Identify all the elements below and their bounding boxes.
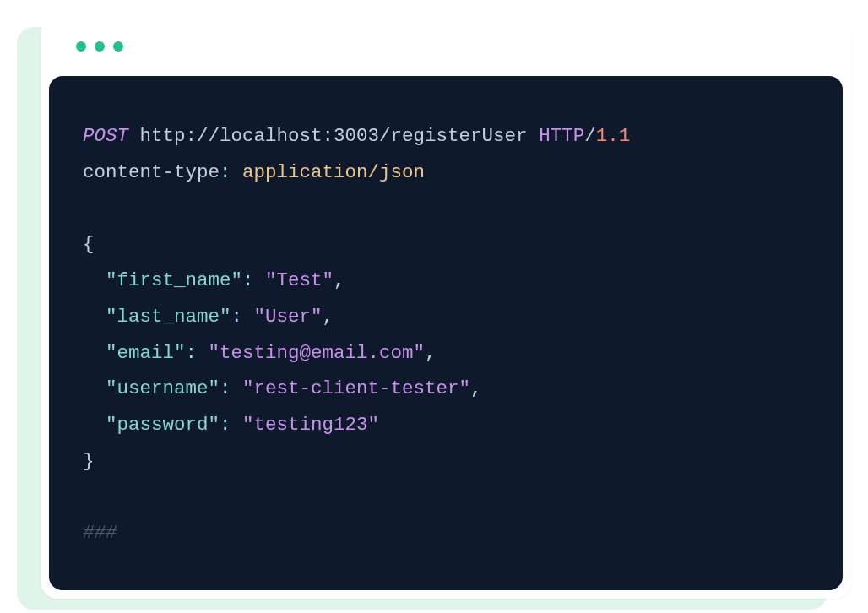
request-line: POST http://localhost:3003/registerUser … (83, 118, 809, 155)
traffic-dot-icon (76, 41, 86, 52)
blank-line (83, 191, 809, 227)
json-field-password: "password": "testing123" (83, 407, 809, 443)
editor-window: POST http://localhost:3003/registerUser … (41, 17, 851, 599)
header-value: application/json (242, 161, 425, 183)
json-close: } (83, 443, 809, 480)
colon-punct: : (220, 161, 242, 183)
header-line: content-type: application/json (83, 155, 809, 191)
json-field-username: "username": "rest-client-tester", (83, 371, 809, 407)
json-open: { (83, 226, 809, 263)
traffic-dot-icon (95, 41, 105, 52)
json-field-last-name: "last_name": "User", (83, 299, 809, 335)
protocol-name: HTTP (539, 125, 584, 147)
window-titlebar (41, 17, 851, 76)
slash-punct: / (584, 125, 596, 147)
json-field-first-name: "first_name": "Test", (83, 263, 809, 299)
json-field-email: "email": "testing@email.com", (83, 335, 809, 372)
http-method: POST (83, 125, 128, 147)
request-url: http://localhost:3003/registerUser (140, 125, 528, 147)
header-key: content-type (83, 161, 220, 183)
protocol-version: 1.1 (596, 125, 631, 147)
request-separator: ### (83, 515, 809, 551)
code-editor-panel[interactable]: POST http://localhost:3003/registerUser … (49, 76, 843, 590)
traffic-dot-icon (113, 41, 123, 52)
blank-line (83, 480, 809, 516)
